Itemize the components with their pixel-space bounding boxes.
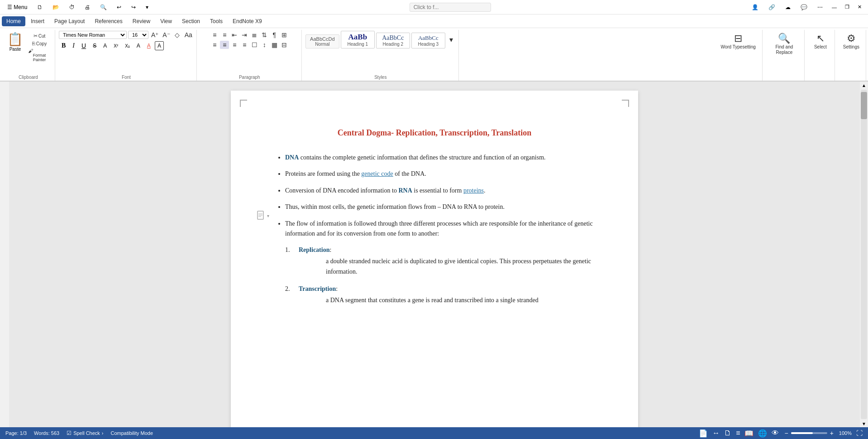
fullscreen-button[interactable]: ⛶ bbox=[856, 429, 863, 437]
print-view-button[interactable]: 🗋 bbox=[724, 429, 731, 437]
find-replace-group: 🔍 Find and Replace bbox=[764, 30, 805, 81]
comment-button[interactable]: 💬 bbox=[797, 3, 811, 11]
tab-section[interactable]: Section bbox=[177, 16, 205, 26]
italic-button[interactable]: I bbox=[70, 41, 77, 51]
page-icon-dropdown[interactable]: ▾ bbox=[267, 212, 269, 219]
shading-button[interactable]: ▦ bbox=[270, 41, 279, 49]
numbering-button[interactable]: ≡ bbox=[220, 31, 229, 39]
account-button[interactable]: 👤 bbox=[748, 3, 762, 11]
print-button[interactable]: 🖨 bbox=[81, 3, 94, 11]
superscript-button[interactable]: X² bbox=[111, 42, 121, 50]
style-h3-button[interactable]: AaBbCc Heading 3 bbox=[411, 33, 445, 48]
tab-view[interactable]: View bbox=[156, 16, 176, 26]
para-more-button[interactable]: ⊞ bbox=[280, 31, 289, 39]
doc-view-button[interactable]: 📄 bbox=[699, 429, 708, 438]
zoom-plus-button[interactable]: + bbox=[829, 429, 835, 437]
find-replace-button[interactable]: 🔍 Find and Replace bbox=[767, 31, 801, 57]
tab-home[interactable]: Home bbox=[2, 16, 25, 26]
print-preview-button[interactable]: 🔍 bbox=[96, 3, 110, 11]
tab-endnote[interactable]: EndNote X9 bbox=[228, 16, 267, 26]
highlight-button[interactable]: A bbox=[134, 41, 143, 50]
bullet-list: DNA contains the complete genetic inform… bbox=[285, 153, 593, 239]
new-file-button[interactable]: 🗋 bbox=[33, 3, 46, 11]
restore-button[interactable]: ❐ bbox=[842, 3, 852, 11]
scrollbar-track[interactable] bbox=[861, 90, 867, 419]
zoom-slider[interactable] bbox=[791, 432, 827, 434]
numbered-list: 1. Replication: a double stranded nuclei… bbox=[285, 245, 593, 305]
book-view-button[interactable]: 📖 bbox=[744, 429, 754, 438]
eye-button[interactable]: 👁 bbox=[772, 429, 779, 437]
font-family-select[interactable]: Times New Roman bbox=[59, 31, 127, 39]
scrollbar-thumb[interactable] bbox=[861, 92, 867, 119]
settings-button[interactable]: ⚙ Settings bbox=[839, 31, 863, 51]
font-size-select[interactable]: 16 bbox=[128, 31, 148, 39]
strikethrough-button[interactable]: S bbox=[90, 41, 99, 50]
decrease-indent-button[interactable]: ⇤ bbox=[230, 31, 239, 39]
spell-check-area[interactable]: ☑ Spell Check › bbox=[67, 430, 103, 436]
clear-format-button[interactable]: ◇ bbox=[173, 31, 182, 39]
search-input[interactable] bbox=[410, 3, 491, 12]
border-button[interactable]: ⊟ bbox=[280, 41, 289, 49]
more-button[interactable]: ⋯ bbox=[814, 3, 826, 11]
align-center-button[interactable]: ≡ bbox=[220, 41, 229, 49]
word-typesetting-icon: ⊟ bbox=[734, 33, 742, 44]
multilevel-button[interactable]: ≣ bbox=[250, 31, 259, 39]
undo-dropdown-button[interactable]: ▾ bbox=[142, 3, 152, 11]
style-h1-button[interactable]: AaBb Heading 1 bbox=[341, 31, 375, 48]
paragraph-content: ≡ ≡ ⇤ ⇥ ≣ ⇅ ¶ ⊞ ≡ ≡ ≡ ≡ ☐ ↕ ▦ ⊟ bbox=[210, 31, 289, 74]
align-right-button[interactable]: ≡ bbox=[230, 41, 239, 49]
bullet-1-text: contains the complete genetic informatio… bbox=[299, 154, 545, 161]
select-button[interactable]: ↖ Select bbox=[809, 31, 832, 51]
underline-button[interactable]: U bbox=[79, 41, 89, 51]
sort-button[interactable]: ⇅ bbox=[260, 31, 269, 39]
font-color-button[interactable]: A bbox=[144, 41, 153, 50]
read-view-button[interactable]: ↔ bbox=[712, 429, 720, 437]
align-left-button[interactable]: ≡ bbox=[210, 41, 219, 49]
zoom-minus-button[interactable]: − bbox=[783, 429, 789, 437]
word-typesetting-button[interactable]: ⊟ Word Typesetting bbox=[717, 31, 759, 51]
line-spacing-button[interactable]: ↕ bbox=[260, 41, 269, 49]
paste-label: Paste bbox=[10, 47, 21, 52]
style-h2-button[interactable]: AaBbCc Heading 2 bbox=[376, 33, 410, 48]
font-color-a-button[interactable]: A bbox=[100, 41, 110, 50]
undo-button[interactable]: ↩ bbox=[113, 3, 125, 11]
outline-view-button[interactable]: ≡ bbox=[736, 429, 740, 437]
styles-more-button[interactable]: ▾ bbox=[447, 31, 456, 48]
bullets-button[interactable]: ≡ bbox=[210, 31, 219, 39]
font-shrink-button[interactable]: A⁻ bbox=[161, 31, 171, 39]
tab-page-layout[interactable]: Page Layout bbox=[50, 16, 89, 26]
copy-button[interactable]: ⎘ Copy bbox=[27, 40, 52, 47]
increase-indent-button[interactable]: ⇥ bbox=[240, 31, 249, 39]
style-normal-button[interactable]: AaBbCcDd Normal bbox=[305, 34, 339, 48]
scroll-up-button[interactable]: ▲ bbox=[860, 82, 868, 89]
open-file-button[interactable]: 📂 bbox=[49, 3, 63, 11]
scroll-down-button[interactable]: ▼ bbox=[860, 420, 868, 427]
cloud-button[interactable]: ☁ bbox=[782, 3, 794, 11]
hamburger-menu-button[interactable]: ☰ Menu bbox=[4, 3, 31, 11]
format-painter-button[interactable]: 🖌 Format Painter bbox=[27, 48, 52, 63]
redo-button[interactable]: ↪ bbox=[128, 3, 139, 11]
bullet-2-link: genetic code bbox=[361, 170, 393, 177]
share-button[interactable]: 🔗 bbox=[765, 3, 779, 11]
paste-button[interactable]: 📋 Paste bbox=[5, 31, 26, 63]
justify-button[interactable]: ≡ bbox=[240, 41, 249, 49]
subscript-button[interactable]: X₂ bbox=[122, 42, 133, 50]
tab-review[interactable]: Review bbox=[128, 16, 155, 26]
document-scroll[interactable]: ▾ Central Dogma- Replication, Transcript… bbox=[9, 82, 860, 427]
show-marks-button[interactable]: ¶ bbox=[270, 31, 279, 39]
globe-button[interactable]: 🌐 bbox=[758, 429, 767, 438]
recent-button[interactable]: ⏱ bbox=[66, 3, 78, 11]
font-grow-button[interactable]: A⁺ bbox=[150, 31, 160, 39]
text-border-button[interactable]: A bbox=[155, 41, 164, 50]
cut-button[interactable]: ✂ Cut bbox=[27, 33, 52, 39]
paragraph-group: ≡ ≡ ⇤ ⇥ ≣ ⇅ ¶ ⊞ ≡ ≡ ≡ ≡ ☐ ↕ ▦ ⊟ Paragrap… bbox=[198, 30, 302, 81]
scrollbar-right[interactable]: ▲ ▼ bbox=[860, 82, 868, 427]
font-case-button[interactable]: Aa bbox=[183, 31, 194, 39]
bold-button[interactable]: B bbox=[59, 41, 68, 51]
text-wrap-button[interactable]: ☐ bbox=[250, 41, 259, 49]
tab-tools[interactable]: Tools bbox=[205, 16, 227, 26]
tab-references[interactable]: References bbox=[90, 16, 127, 26]
tab-insert[interactable]: Insert bbox=[26, 16, 49, 26]
close-button[interactable]: ✕ bbox=[855, 3, 864, 11]
minimize-button[interactable]: — bbox=[829, 4, 839, 11]
